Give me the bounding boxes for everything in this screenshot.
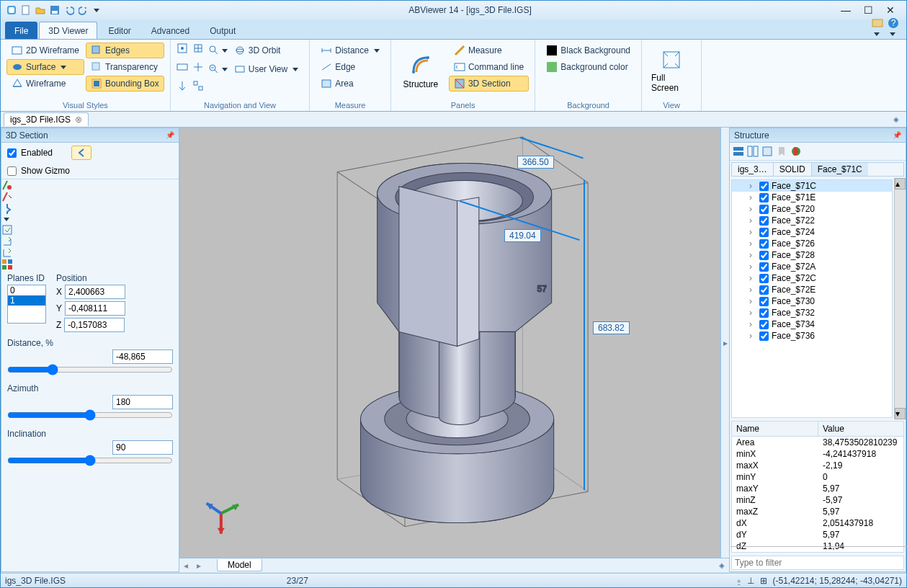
btn-measure-panel[interactable]: Measure bbox=[449, 43, 529, 58]
enabled-checkbox[interactable] bbox=[7, 148, 17, 158]
btn-3d-orbit[interactable]: 3D Orbit bbox=[232, 43, 286, 58]
qat-save-icon[interactable] bbox=[48, 4, 61, 17]
inclination-slider[interactable] bbox=[7, 455, 173, 466]
close-tab-icon[interactable]: ⊗ bbox=[75, 115, 82, 125]
qat-open-icon[interactable] bbox=[34, 4, 47, 17]
snap-icon-1[interactable]: ⍛ bbox=[736, 576, 741, 586]
tree-row[interactable]: ›Face_$72A bbox=[732, 261, 892, 272]
x-input[interactable] bbox=[65, 285, 125, 299]
expand-icon[interactable]: › bbox=[749, 215, 756, 226]
distance-slider[interactable] bbox=[7, 364, 173, 375]
tab-scroll-left[interactable]: ◂ bbox=[179, 561, 192, 571]
face-checkbox[interactable] bbox=[759, 239, 769, 249]
face-checkbox[interactable] bbox=[759, 216, 769, 226]
tree-row[interactable]: ›Face_$71E bbox=[732, 192, 892, 203]
section-tool-3[interactable] bbox=[1, 202, 179, 224]
tree-scrollbar[interactable]: ▴▾ bbox=[894, 178, 906, 419]
maximize-button[interactable]: ☐ bbox=[864, 4, 873, 16]
nav-icon-3[interactable] bbox=[177, 61, 188, 73]
section-tool-2[interactable] bbox=[1, 191, 179, 202]
struct-tool-3[interactable] bbox=[761, 146, 773, 157]
crumb-0[interactable]: igs_3… bbox=[732, 163, 774, 176]
struct-tool-1[interactable] bbox=[733, 146, 744, 157]
btn-black-background[interactable]: Black Background bbox=[541, 43, 635, 58]
structure-hscroll[interactable] bbox=[730, 546, 907, 547]
azimuth-input[interactable] bbox=[112, 395, 173, 409]
structure-breadcrumbs[interactable]: igs_3… SOLID Face_$71C bbox=[731, 162, 904, 177]
expand-icon[interactable]: › bbox=[749, 296, 756, 306]
section-tool-7[interactable] bbox=[1, 259, 179, 270]
zoom-dropdown-2[interactable] bbox=[208, 61, 228, 77]
nav-icon-6[interactable] bbox=[192, 80, 204, 92]
struct-tool-2[interactable] bbox=[747, 146, 759, 157]
btn-command-line[interactable]: Command line bbox=[449, 59, 529, 75]
tab-scroll-right[interactable]: ▸ bbox=[192, 561, 205, 571]
btn-transparency[interactable]: Transparency bbox=[86, 59, 164, 75]
face-checkbox[interactable] bbox=[759, 285, 769, 295]
zoom-dropdown[interactable] bbox=[208, 43, 228, 58]
tree-row[interactable]: ›Face_$728 bbox=[732, 249, 892, 261]
face-checkbox[interactable] bbox=[759, 262, 769, 272]
nav-icon-2[interactable] bbox=[192, 43, 204, 54]
tree-row[interactable]: ›Face_$722 bbox=[732, 215, 892, 226]
expand-icon[interactable]: › bbox=[749, 285, 756, 295]
expand-icon[interactable]: › bbox=[749, 227, 756, 237]
btn-measure-edge[interactable]: Edge bbox=[316, 59, 385, 75]
struct-tool-4[interactable] bbox=[776, 146, 787, 157]
tree-row[interactable]: ›Face_$732 bbox=[732, 307, 892, 318]
section-tool-5[interactable] bbox=[1, 236, 179, 247]
tree-row[interactable]: ›Face_$730 bbox=[732, 295, 892, 307]
expand-tabs-icon[interactable]: ◈ bbox=[893, 115, 903, 123]
expand-icon[interactable]: › bbox=[749, 319, 756, 329]
face-checkbox[interactable] bbox=[759, 320, 769, 329]
qat-redo-icon[interactable] bbox=[77, 4, 90, 17]
inclination-input[interactable] bbox=[112, 440, 173, 455]
azimuth-slider[interactable] bbox=[7, 409, 173, 421]
structure-tree[interactable]: ›Face_$71C›Face_$71E›Face_$720›Face_$722… bbox=[731, 179, 893, 418]
face-checkbox[interactable] bbox=[759, 182, 769, 191]
btn-3d-section-panel[interactable]: 3D Section bbox=[449, 76, 529, 92]
section-tool-6[interactable] bbox=[1, 247, 179, 259]
btn-wireframe[interactable]: Wireframe bbox=[6, 76, 84, 92]
nav-icon-5[interactable] bbox=[177, 80, 188, 92]
btn-background-color[interactable]: Background color bbox=[541, 59, 635, 75]
expand-icon[interactable]: › bbox=[749, 204, 756, 214]
tab-file[interactable]: File bbox=[5, 22, 37, 39]
planes-list[interactable]: 0 1 bbox=[7, 285, 46, 324]
face-checkbox[interactable] bbox=[759, 297, 769, 306]
btn-2d-wireframe[interactable]: 2D Wireframe bbox=[6, 43, 84, 58]
snap-icon-3[interactable]: ⊞ bbox=[760, 576, 767, 586]
section-tool-1[interactable] bbox=[1, 179, 179, 191]
tree-row[interactable]: ›Face_$72E bbox=[732, 284, 892, 295]
section-tool-4[interactable] bbox=[1, 224, 179, 236]
tree-row[interactable]: ›Face_$726 bbox=[732, 238, 892, 249]
btn-measure-area[interactable]: Area bbox=[316, 76, 385, 92]
btn-user-view[interactable]: User View bbox=[232, 61, 303, 77]
style-dropdown-icon[interactable] bbox=[872, 17, 883, 39]
crumb-2[interactable]: Face_$71C bbox=[812, 163, 868, 176]
tree-row[interactable]: ›Face_$724 bbox=[732, 226, 892, 238]
close-button[interactable]: ✕ bbox=[886, 4, 895, 16]
tab-output[interactable]: Output bbox=[200, 22, 245, 39]
pin-icon[interactable]: 📌 bbox=[893, 131, 901, 139]
document-tab[interactable]: igs_3D File.IGS ⊗ bbox=[4, 112, 89, 126]
model-tab-menu[interactable]: ◈ bbox=[719, 561, 729, 569]
collapse-right-icon[interactable]: ▸ bbox=[720, 128, 729, 558]
btn-structure-panel[interactable]: Structure bbox=[397, 43, 444, 100]
expand-icon[interactable]: › bbox=[749, 250, 756, 260]
filter-input[interactable] bbox=[731, 556, 904, 570]
tree-row[interactable]: ›Face_$720 bbox=[732, 203, 892, 215]
expand-icon[interactable]: › bbox=[749, 331, 756, 341]
tree-row[interactable]: ›Face_$734 bbox=[732, 318, 892, 330]
qat-undo-icon[interactable] bbox=[63, 4, 76, 17]
face-checkbox[interactable] bbox=[759, 308, 769, 318]
expand-icon[interactable]: › bbox=[749, 239, 756, 249]
qat-dropdown-icon[interactable] bbox=[94, 9, 99, 12]
face-checkbox[interactable] bbox=[759, 274, 769, 283]
btn-bounding-box[interactable]: Bounding Box bbox=[86, 76, 164, 92]
z-input[interactable] bbox=[64, 318, 125, 332]
btn-edges[interactable]: Edges bbox=[86, 43, 164, 58]
btn-surface[interactable]: Surface bbox=[6, 59, 84, 75]
model-tab[interactable]: Model bbox=[217, 559, 262, 571]
tree-row[interactable]: ›Face_$71C bbox=[732, 180, 892, 192]
